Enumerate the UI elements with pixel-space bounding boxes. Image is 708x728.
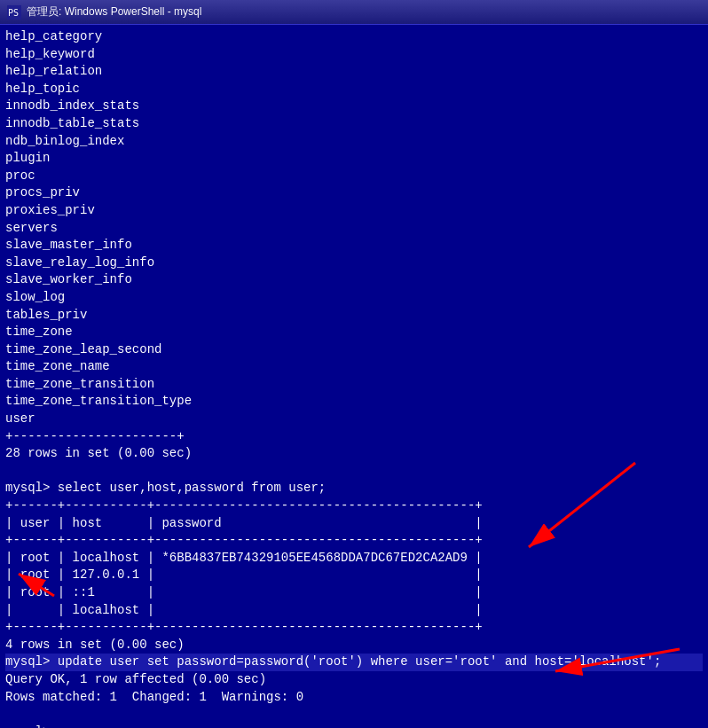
top-line-item: slave_relay_log_info (5, 254, 703, 272)
top-line-item: help_relation (5, 63, 703, 81)
table-row: | | localhost | | (5, 602, 703, 620)
separator-line: +----------------------+ (5, 428, 703, 446)
top-line-item: user (5, 411, 703, 428)
rows-matched: Rows matched: 1 Changed: 1 Warnings: 0 (5, 689, 703, 707)
top-line-item: tables_priv (5, 307, 703, 325)
table-row: | root | 127.0.0.1 | | (5, 567, 703, 584)
query-ok: Query OK, 1 row affected (0.00 sec) (5, 671, 703, 689)
top-line-item: time_zone_transition (5, 376, 703, 394)
top-line-item: slow_log (5, 289, 703, 307)
update-command-wrapper: mysql> update user set password=password… (5, 654, 703, 671)
top-line-item: proxies_priv (5, 202, 703, 220)
top-line-item: ndb_binlog_index (5, 133, 703, 151)
top-line-item: procs_priv (5, 184, 703, 202)
terminal-content: help_categoryhelp_keywordhelp_relationhe… (5, 28, 703, 728)
top-line-item: servers (5, 220, 703, 238)
top-line-item: proc (5, 168, 703, 185)
top-line-item: innodb_index_stats (5, 98, 703, 115)
row-count-1: 28 rows in set (0.00 sec) (5, 445, 703, 463)
top-line-item: time_zone_name (5, 358, 703, 376)
top-line-item: plugin (5, 150, 703, 168)
title-bar: PS 管理员: Windows PowerShell - mysql (0, 0, 708, 25)
final-prompt: mysql> _ (5, 724, 703, 728)
top-line-item: help_topic (5, 81, 703, 98)
query-table: +------+-----------+--------------------… (5, 497, 703, 637)
top-line-item: slave_master_info (5, 237, 703, 254)
blank-2 (5, 706, 703, 724)
top-lines: help_categoryhelp_keywordhelp_relationhe… (5, 28, 703, 428)
top-line-item: time_zone (5, 324, 703, 341)
svg-text:PS: PS (8, 8, 19, 18)
top-line-item: help_category (5, 28, 703, 46)
title-bar-text: 管理员: Windows PowerShell - mysql (27, 4, 701, 20)
row-count-2: 4 rows in set (0.00 sec) (5, 637, 703, 654)
table-border-mid: +------+-----------+--------------------… (5, 532, 703, 550)
top-line-item: help_keyword (5, 46, 703, 64)
top-line-item: time_zone_leap_second (5, 341, 703, 359)
table-border-bot: +------+-----------+--------------------… (5, 619, 703, 637)
update-command: mysql> update user set password=password… (5, 654, 703, 671)
top-line-item: slave_worker_info (5, 271, 703, 289)
top-line-item: innodb_table_stats (5, 115, 703, 133)
powershell-icon: PS (7, 5, 21, 20)
table-header: | user | host | password | (5, 515, 703, 533)
table-row: | root | ::1 | | (5, 584, 703, 602)
blank-1 (5, 463, 703, 481)
table-row: | root | localhost | *6BB4837EB74329105E… (5, 550, 703, 568)
table-border-top: +------+-----------+--------------------… (5, 497, 703, 515)
top-line-item: time_zone_transition_type (5, 393, 703, 411)
terminal-body: help_categoryhelp_keywordhelp_relationhe… (0, 25, 708, 728)
select-query: mysql> select user,host,password from us… (5, 480, 703, 497)
